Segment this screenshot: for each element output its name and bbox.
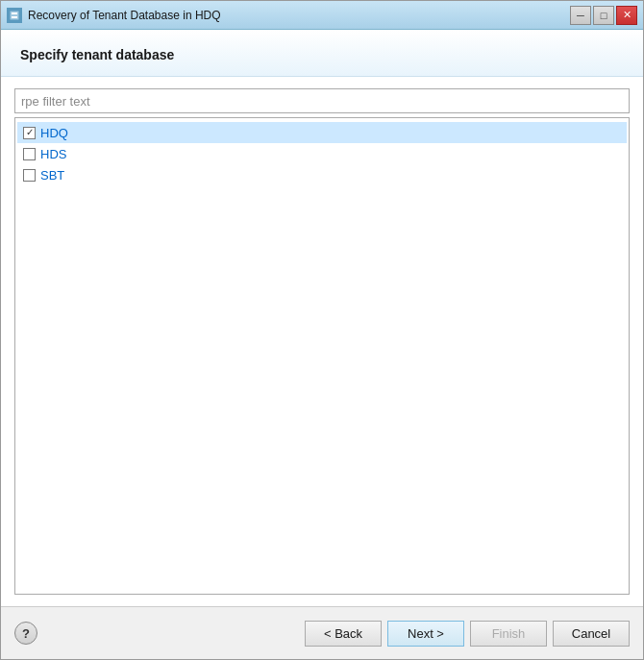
page-title: Specify tenant database	[20, 47, 624, 62]
back-button[interactable]: < Back	[305, 621, 382, 647]
minimize-button[interactable]: ─	[570, 6, 591, 25]
window-icon	[7, 8, 22, 23]
list-item[interactable]: SBT	[17, 164, 627, 185]
header-section: Specify tenant database	[1, 30, 643, 77]
svg-rect-1	[12, 12, 17, 14]
content-area: HDQHDSSBT	[1, 77, 643, 606]
list-item[interactable]: HDS	[17, 143, 627, 164]
filter-input[interactable]	[14, 88, 630, 113]
list-item-label: SBT	[40, 168, 64, 183]
svg-rect-2	[12, 16, 17, 18]
list-item[interactable]: HDQ	[17, 122, 627, 143]
checkbox-sbt[interactable]	[23, 169, 36, 182]
title-bar: Recovery of Tenant Database in HDQ ─ □ ✕	[1, 1, 643, 30]
title-controls: ─ □ ✕	[570, 6, 637, 25]
checkbox-hds[interactable]	[23, 148, 36, 160]
list-item-label: HDQ	[40, 126, 68, 140]
list-item-label: HDS	[40, 147, 66, 161]
footer: ? < Back Next > Finish Cancel	[1, 606, 643, 659]
close-button[interactable]: ✕	[616, 6, 637, 25]
database-list: HDQHDSSBT	[14, 117, 630, 595]
next-button[interactable]: Next >	[387, 621, 464, 647]
help-button[interactable]: ?	[14, 622, 37, 645]
svg-rect-0	[10, 11, 19, 20]
footer-left: ?	[14, 622, 37, 645]
checkbox-hdq[interactable]	[23, 127, 36, 139]
main-window: Recovery of Tenant Database in HDQ ─ □ ✕…	[0, 0, 644, 660]
window-title: Recovery of Tenant Database in HDQ	[28, 9, 221, 22]
title-bar-left: Recovery of Tenant Database in HDQ	[7, 8, 221, 23]
cancel-button[interactable]: Cancel	[553, 621, 630, 647]
restore-button[interactable]: □	[593, 6, 614, 25]
finish-button[interactable]: Finish	[470, 621, 547, 647]
footer-right: < Back Next > Finish Cancel	[305, 621, 630, 647]
